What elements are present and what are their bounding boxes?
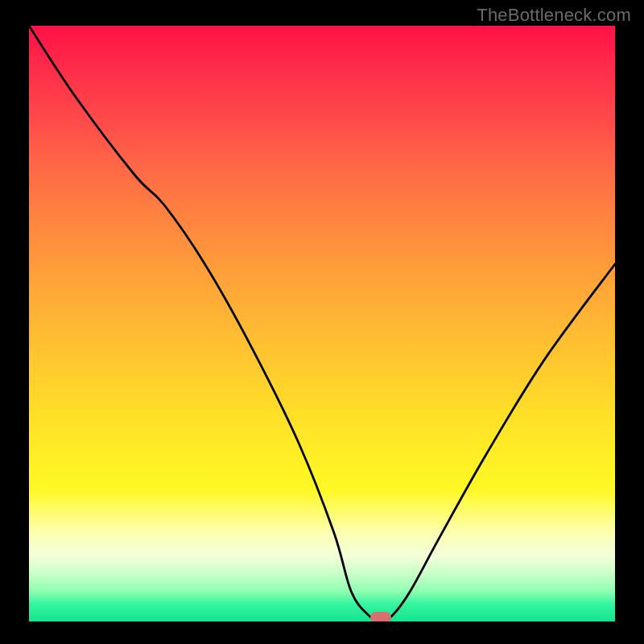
bottleneck-curve (29, 26, 615, 621)
watermark-text: TheBottleneck.com (477, 5, 631, 26)
plot-area (29, 26, 615, 621)
chart-frame: TheBottleneck.com (0, 0, 644, 644)
min-marker (370, 612, 391, 621)
curve-path (29, 26, 615, 621)
